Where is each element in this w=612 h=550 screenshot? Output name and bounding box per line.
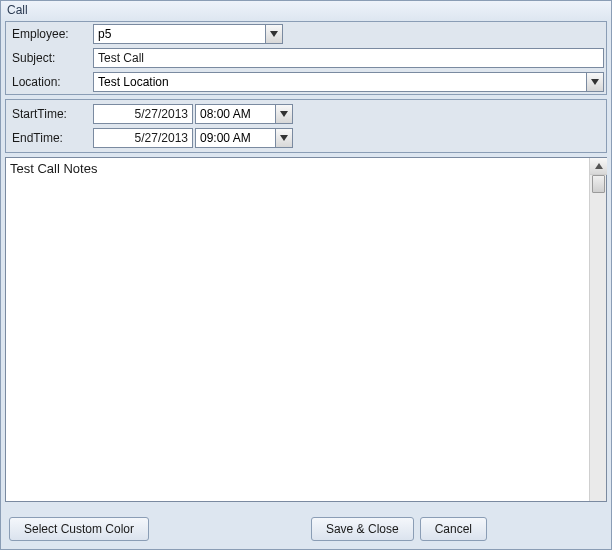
- employee-input[interactable]: [93, 24, 265, 44]
- location-input[interactable]: [93, 72, 586, 92]
- select-custom-color-button[interactable]: Select Custom Color: [9, 517, 149, 541]
- scroll-up-arrow[interactable]: [590, 158, 607, 175]
- start-time-input[interactable]: [195, 104, 275, 124]
- chevron-down-icon: [280, 135, 288, 141]
- end-time-dropdown-button[interactable]: [275, 128, 293, 148]
- notes-area: [5, 157, 607, 502]
- location-combo[interactable]: [93, 72, 604, 92]
- employee-dropdown-button[interactable]: [265, 24, 283, 44]
- chevron-down-icon: [270, 31, 278, 37]
- form-header: Employee: Subject: Location:: [5, 21, 607, 95]
- button-bar: Select Custom Color Save & Close Cancel: [1, 515, 611, 543]
- start-time-dropdown-button[interactable]: [275, 104, 293, 124]
- scroll-thumb[interactable]: [592, 175, 605, 193]
- location-label: Location:: [8, 75, 93, 89]
- end-time-input[interactable]: [195, 128, 275, 148]
- starttime-label: StartTime:: [8, 107, 93, 121]
- start-date-input[interactable]: [93, 104, 193, 124]
- notes-textarea[interactable]: [6, 158, 589, 501]
- save-and-close-button[interactable]: Save & Close: [311, 517, 414, 541]
- start-time-combo[interactable]: [195, 104, 295, 124]
- chevron-down-icon: [280, 111, 288, 117]
- subject-input[interactable]: [93, 48, 604, 68]
- end-date-input[interactable]: [93, 128, 193, 148]
- end-time-combo[interactable]: [195, 128, 295, 148]
- employee-label: Employee:: [8, 27, 93, 41]
- cancel-button[interactable]: Cancel: [420, 517, 487, 541]
- window-title: Call: [1, 1, 611, 21]
- subject-label: Subject:: [8, 51, 93, 65]
- chevron-down-icon: [591, 79, 599, 85]
- time-block: StartTime: EndTime:: [5, 99, 607, 153]
- endtime-label: EndTime:: [8, 131, 93, 145]
- call-dialog: Call Employee: Subject: Location:: [0, 0, 612, 550]
- notes-scrollbar[interactable]: [589, 158, 606, 501]
- chevron-up-icon: [595, 163, 603, 169]
- location-dropdown-button[interactable]: [586, 72, 604, 92]
- employee-combo[interactable]: [93, 24, 283, 44]
